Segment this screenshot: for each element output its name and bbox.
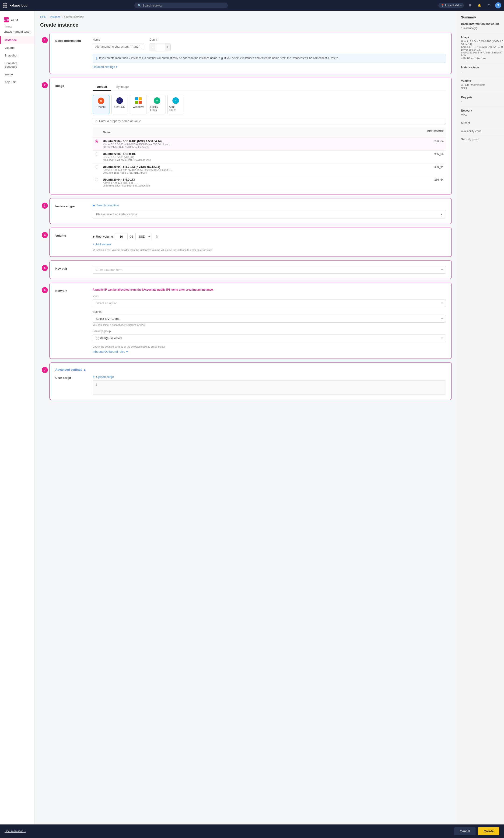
basic-info-content: Name Count − 1 + ℹ <box>93 38 446 69</box>
security-label: Security group <box>93 329 446 333</box>
topnav: kakaocloud 🔍 Search service 📍 kr-central… <box>0 0 504 11</box>
notification-icon[interactable]: 🔔 <box>476 2 483 8</box>
sidebar-item-instance[interactable]: Instance <box>0 36 34 44</box>
summary-instance-type-value: - <box>461 70 504 73</box>
tab-my-image[interactable]: My image <box>111 83 133 91</box>
delete-volume-button[interactable]: 🗑 <box>153 233 160 240</box>
sidebar-item-snapshot-schedule[interactable]: Snapshot Schedule <box>0 59 34 71</box>
summary-keypair-label: Key pair <box>461 96 504 99</box>
windows-icon <box>135 97 142 104</box>
network-label: Network <box>55 288 83 353</box>
section-image-inner: Image Default My image U Ubuntu C <box>55 83 446 189</box>
summary-image-arch: x86_64 architecture <box>461 57 504 60</box>
vol-type-select[interactable]: SSD <box>135 233 151 240</box>
image-label: Image <box>55 83 83 189</box>
os-rocky[interactable]: R Rocky Linux <box>149 95 165 114</box>
sidebar-item-volume[interactable]: Volume <box>0 44 34 52</box>
image-filter-input-wrap[interactable]: ⚙ <box>93 118 446 124</box>
subnet-select[interactable]: Select a VPC first. ▾ <box>93 315 446 323</box>
summary-network-section: Network VPC Subnet Availability Zone Sec… <box>461 109 504 141</box>
create-button[interactable]: Create <box>478 827 499 835</box>
detailed-settings-link[interactable]: Detailed settings ▾ <box>93 65 446 69</box>
image-table: Name ↕ Architecture ↕ <box>93 127 446 189</box>
radio-2[interactable] <box>95 165 98 168</box>
table-row[interactable]: Ubuntu 22.04 - 5.15.0-100 Kernel 5.15.0-… <box>93 150 446 163</box>
image-filter-input[interactable] <box>99 119 443 123</box>
search-bar[interactable]: 🔍 Search service <box>134 3 228 8</box>
advanced-settings-toggle[interactable]: Advanced settings ▲ <box>55 368 446 371</box>
app-logo[interactable]: kakaocloud <box>3 3 28 8</box>
name-input[interactable] <box>93 43 144 50</box>
main-content: GPU › Instance › Create instance Create … <box>35 11 457 838</box>
footer: Documentation ↗ Cancel Create <box>0 824 504 838</box>
security-select[interactable]: (0) item(s) selected ▾ <box>93 334 446 342</box>
os-centos[interactable]: C Cent OS <box>111 95 128 114</box>
sidebar-item-keypair[interactable]: Key Pair <box>0 78 34 86</box>
table-row[interactable]: Ubuntu 20.04 - 5.4.0-173 Kernel 5.4.0-17… <box>93 176 446 189</box>
chevron-down-icon: ▾ <box>441 212 443 216</box>
layout-icon[interactable]: ⊟ <box>467 2 473 8</box>
breadcrumb: GPU › Instance › Create instance <box>40 15 452 19</box>
cancel-button[interactable]: Cancel <box>454 827 476 835</box>
network-info-link: [Associate public IP] <box>142 288 170 291</box>
avatar[interactable]: S <box>495 2 501 8</box>
location-icon: 📍 <box>441 4 444 7</box>
image-col-name[interactable]: Name ↕ <box>101 127 425 138</box>
divider-4 <box>461 93 504 93</box>
breadcrumb-current: Create instance <box>64 15 84 19</box>
table-row[interactable]: Ubuntu 20.04 - 5.4.0-173 (NVIDIA 550.54.… <box>93 163 446 176</box>
count-decrease-button[interactable]: − <box>150 43 156 51</box>
summary-volume-label: Volume <box>461 79 504 83</box>
volume-warning: ⚙ Setting a root volume smaller than the… <box>93 248 446 251</box>
breadcrumb-instance[interactable]: Instance <box>50 15 60 19</box>
info-icon: ℹ <box>96 56 97 60</box>
user-script-label: User script <box>55 375 83 394</box>
root-volume-row: ▶ Root volume GB SSD 🗑 <box>93 233 446 240</box>
summary-image-name: Ubuntu 22.04 - 5.15.0-100 (NVIDIA 550.54… <box>461 40 504 46</box>
vpc-select[interactable]: Select an option. ▾ <box>93 299 446 307</box>
radio-1[interactable] <box>95 153 98 156</box>
os-windows[interactable]: Windows <box>130 95 147 114</box>
section-basic: 1 Basic information Name Count − <box>50 33 452 74</box>
help-icon[interactable]: ? <box>486 2 492 8</box>
radio-3[interactable] <box>95 178 98 181</box>
summary-keypair-value: - <box>461 100 504 103</box>
subnet-hint: You can select a subnet after selecting … <box>93 323 446 326</box>
sidebar-item-image[interactable]: Image <box>0 71 34 78</box>
step-5-badge: 5 <box>42 265 48 271</box>
sidebar-item-snapshot[interactable]: Snapshot <box>0 52 34 59</box>
table-row[interactable]: Ubuntu 22.04 - 5.15.0-100 (NVIDIA 550.54… <box>93 138 446 150</box>
inbound-outbound-link[interactable]: Inbound/Outbound rules ▾ <box>93 350 446 353</box>
search-condition-link[interactable]: ▶ Search condition <box>93 203 446 207</box>
basic-info-text: If you create more than 2 instances, a n… <box>99 56 339 60</box>
upload-script-button[interactable]: ⬆ Upload script <box>93 375 446 379</box>
count-increase-button[interactable]: + <box>165 43 170 51</box>
region-selector[interactable]: 📍 kr-central-2 ▾ <box>438 3 464 8</box>
section-instance-inner: Instance type ▶ Search condition Please … <box>55 203 446 218</box>
keypair-select[interactable]: Enter a search term. ▾ <box>93 266 446 273</box>
image-col-arch[interactable]: Architecture ↕ <box>425 127 446 138</box>
count-input[interactable]: 1 <box>156 44 165 50</box>
radio-0[interactable] <box>95 140 98 143</box>
add-volume-button[interactable]: + Add volume <box>93 243 446 246</box>
count-field-group: Count − 1 + <box>149 38 170 51</box>
chevron-up-icon: ▲ <box>83 368 86 371</box>
sidebar-project-name[interactable]: chaos-manual-test › <box>0 29 34 36</box>
centos-icon: C <box>116 97 123 104</box>
line-number: 1 <box>96 383 97 386</box>
documentation-link[interactable]: Documentation ↗ <box>5 830 26 833</box>
summary-image-sub: Kernel 5.15.0-100 with NVIDIA R550 Drive… <box>461 46 504 51</box>
section-advanced: 7 Advanced settings ▲ User script ⬆ Uplo… <box>50 362 452 400</box>
root-volume-size-input[interactable] <box>115 233 128 240</box>
os-ubuntu[interactable]: U Ubuntu <box>93 95 109 114</box>
sidebar: GPU GPU Project chaos-manual-test › Inst… <box>0 11 35 838</box>
code-editor[interactable]: 1 <box>93 380 446 394</box>
os-alma[interactable]: A Alma Linux <box>167 95 184 114</box>
summary-volume-value: 30 GB Root volume <box>461 83 504 87</box>
section-instance-type: 3 Instance type ▶ Search condition Pleas… <box>50 198 452 224</box>
basic-info-box: ℹ If you create more than 2 instances, a… <box>93 54 446 63</box>
step-7-badge: 7 <box>42 367 48 373</box>
instance-type-select[interactable]: Please select an instance type. ▾ <box>93 210 446 218</box>
tab-default[interactable]: Default <box>93 83 111 91</box>
breadcrumb-gpu[interactable]: GPU <box>40 15 46 19</box>
